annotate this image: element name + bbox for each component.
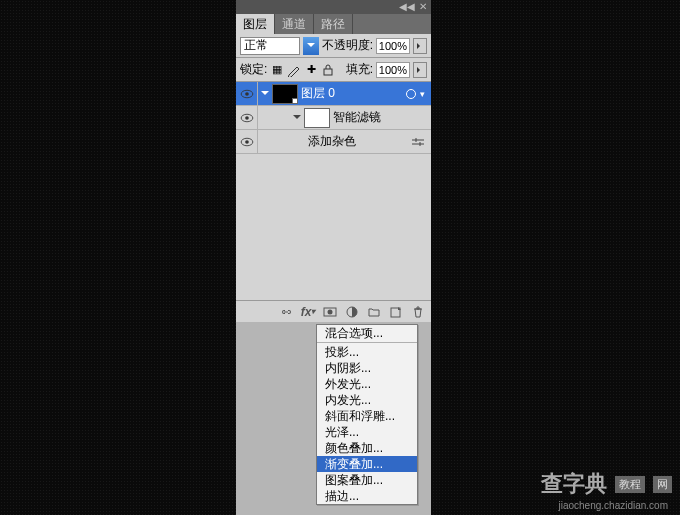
link-icon[interactable]: [279, 305, 293, 319]
opacity-label: 不透明度:: [322, 37, 373, 54]
panel-tabs: 图层 通道 路径: [236, 14, 431, 34]
svg-point-2: [245, 92, 249, 96]
layer-name: 图层 0: [301, 85, 335, 102]
menu-blend-options[interactable]: 混合选项...: [317, 325, 417, 341]
menu-inner-shadow[interactable]: 内阴影...: [317, 360, 417, 376]
layer-list: 图层 0 ▾ 智能滤镜 添加杂色: [236, 82, 431, 300]
lock-label: 锁定:: [240, 61, 267, 78]
svg-point-9: [328, 309, 333, 314]
fill-input[interactable]: 100%: [376, 62, 410, 78]
layer-row-layer0[interactable]: 图层 0 ▾: [236, 82, 431, 106]
layer-thumbnail[interactable]: [272, 84, 298, 104]
expand-icon[interactable]: [258, 88, 272, 99]
svg-point-4: [245, 116, 249, 120]
watermark-brand: 查字典: [541, 469, 607, 499]
filter-mask-thumbnail[interactable]: [304, 108, 330, 128]
menu-satin[interactable]: 光泽...: [317, 424, 417, 440]
lock-position-icon[interactable]: ✚: [304, 63, 318, 77]
watermark: 查字典 教程 网: [541, 469, 672, 499]
tab-paths[interactable]: 路径: [314, 14, 353, 34]
menu-bevel[interactable]: 斜面和浮雕...: [317, 408, 417, 424]
opacity-input[interactable]: 100%: [376, 38, 410, 54]
visibility-toggle[interactable]: [236, 130, 258, 153]
svg-rect-0: [324, 69, 332, 75]
menu-drop-shadow[interactable]: 投影...: [317, 344, 417, 360]
chevron-icon: ▾: [420, 89, 425, 99]
menu-inner-glow[interactable]: 内发光...: [317, 392, 417, 408]
svg-point-6: [245, 140, 249, 144]
adjustment-icon[interactable]: [345, 305, 359, 319]
visibility-toggle[interactable]: [236, 106, 258, 129]
expand-icon[interactable]: [290, 112, 304, 123]
group-icon[interactable]: [367, 305, 381, 319]
svg-rect-7: [284, 311, 288, 312]
menu-gradient-overlay[interactable]: 渐变叠加...: [317, 456, 417, 472]
tab-channels[interactable]: 通道: [275, 14, 314, 34]
close-icon[interactable]: ✕: [419, 2, 427, 12]
lock-pixels-icon[interactable]: [287, 63, 301, 77]
fx-icon[interactable]: fx▾: [301, 305, 315, 319]
watermark-url: jiaocheng.chazidian.com: [558, 500, 668, 511]
collapse-icon[interactable]: ◀◀: [399, 2, 415, 12]
watermark-tag1: 教程: [615, 476, 645, 493]
smart-object-icon: [406, 89, 416, 99]
blend-mode-dropdown-icon[interactable]: [303, 37, 319, 55]
lock-icons-group: ▦ ✚: [270, 63, 335, 77]
fill-flyout-icon[interactable]: [413, 62, 427, 78]
new-layer-icon[interactable]: [389, 305, 403, 319]
panel-footer: fx▾: [236, 300, 431, 322]
blend-mode-select[interactable]: 正常: [240, 37, 300, 55]
watermark-tag2: 网: [653, 476, 672, 493]
blend-row: 正常 不透明度: 100%: [236, 34, 431, 58]
lock-transparency-icon[interactable]: ▦: [270, 63, 284, 77]
panel-header: ◀◀ ✕: [236, 0, 431, 14]
layer-indicators: ▾: [406, 89, 425, 99]
filter-name: 添加杂色: [308, 133, 356, 150]
tab-layers[interactable]: 图层: [236, 14, 275, 34]
lock-row: 锁定: ▦ ✚ 填充: 100%: [236, 58, 431, 82]
menu-outer-glow[interactable]: 外发光...: [317, 376, 417, 392]
visibility-toggle[interactable]: [236, 82, 258, 105]
layer-row-smart-filters[interactable]: 智能滤镜: [236, 106, 431, 130]
blend-mode-value: 正常: [244, 37, 268, 54]
menu-pattern-overlay[interactable]: 图案叠加...: [317, 472, 417, 488]
lock-all-icon[interactable]: [321, 63, 335, 77]
fill-label: 填充:: [346, 61, 373, 78]
mask-icon[interactable]: [323, 305, 337, 319]
smart-filters-label: 智能滤镜: [333, 109, 381, 126]
opacity-flyout-icon[interactable]: [413, 38, 427, 54]
menu-color-overlay[interactable]: 颜色叠加...: [317, 440, 417, 456]
menu-stroke[interactable]: 描边...: [317, 488, 417, 504]
layer-row-add-noise[interactable]: 添加杂色: [236, 130, 431, 154]
trash-icon[interactable]: [411, 305, 425, 319]
filter-options-icon[interactable]: [411, 137, 425, 147]
fx-context-menu: 混合选项... 投影... 内阴影... 外发光... 内发光... 斜面和浮雕…: [316, 324, 418, 505]
